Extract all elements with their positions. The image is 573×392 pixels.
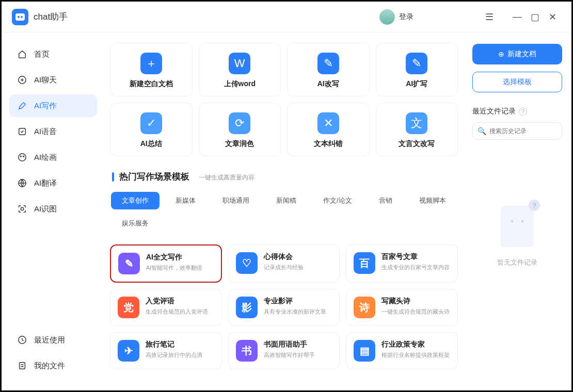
section-title: 热门写作场景模板 [119, 171, 189, 183]
tab-4[interactable]: 作文/论文 [312, 192, 363, 209]
template-card-6[interactable]: ✈旅行笔记高效记录旅行中的点滴 [110, 332, 222, 369]
sidebar-item-vision[interactable]: AI识图 [9, 198, 97, 220]
translate-icon [17, 177, 28, 189]
tab-2[interactable]: 职场通用 [212, 192, 260, 209]
tab-0[interactable]: 文章创作 [111, 192, 160, 209]
tool-icon: 文 [406, 112, 427, 134]
svg-point-6 [20, 156, 21, 157]
svg-point-9 [21, 207, 23, 210]
template-icon: 影 [236, 297, 258, 318]
template-desc: 记录成长与经验 [264, 264, 332, 271]
tab-5[interactable]: 营销 [368, 192, 403, 209]
template-card-2[interactable]: 百百家号文章生成专业的百家号文章内容 [346, 244, 458, 283]
main-content: ＋新建空白文档W上传word✎AI改写✎AI扩写✓AI总结⟳文章润色✕文本纠错文… [105, 32, 463, 390]
template-title: 写藏头诗 [381, 297, 450, 306]
tool-label: AI改写 [293, 79, 364, 89]
empty-file-icon: ? [497, 202, 538, 251]
menu-icon[interactable]: ☰ [481, 8, 498, 26]
template-title: 百家号文章 [381, 252, 450, 262]
template-icon: 书 [236, 340, 258, 362]
svg-point-7 [23, 156, 24, 157]
sidebar-item-label: AI写作 [34, 101, 57, 111]
sidebar-item-label: AI识图 [34, 204, 57, 214]
app-title: chat助手 [34, 11, 68, 23]
template-card-8[interactable]: ▤行业政策专家根据行业名称提供政策框架 [346, 332, 458, 369]
tool-card-2[interactable]: ✎AI改写 [287, 43, 370, 96]
accent-bar [112, 172, 114, 182]
template-desc: 根据行业名称提供政策框架 [381, 351, 450, 359]
sidebar-item-recent[interactable]: 最近使用 [9, 329, 97, 351]
tool-label: AI扩写 [381, 79, 453, 89]
template-card-4[interactable]: 影专业影评具有专业水准的影评文章 [228, 289, 340, 326]
template-card-1[interactable]: ♡心得体会记录成长与经验 [228, 244, 340, 283]
template-card-5[interactable]: 诗写藏头诗一键生成符合规范的藏头诗 [346, 289, 458, 326]
template-card-7[interactable]: 书书面用语助手高效智能写作好帮手 [228, 332, 340, 369]
choose-template-button[interactable]: 选择模板 [472, 72, 562, 92]
tool-card-1[interactable]: W上传word [199, 43, 281, 96]
sidebar-item-chat[interactable]: AI聊天 [9, 69, 97, 91]
section-subtitle: 一键生成高质量内容 [199, 173, 254, 182]
minimize-button[interactable]: — [508, 8, 526, 26]
tab-6[interactable]: 视频脚本 [408, 192, 457, 209]
sidebar-item-voice[interactable]: AI语音 [9, 120, 97, 143]
template-title: 行业政策专家 [381, 340, 450, 349]
template-title: AI全文写作 [146, 253, 214, 262]
svg-point-2 [21, 16, 23, 18]
template-card-0[interactable]: ✎AI全文写作AI智能写作，效率翻倍 [110, 244, 222, 283]
voice-icon [17, 126, 28, 137]
tool-card-6[interactable]: ✕文本纠错 [287, 103, 370, 156]
empty-state: ? 暂无文件记录 [472, 202, 562, 267]
history-icon [17, 334, 28, 346]
home-icon [17, 48, 28, 60]
tool-icon: ✎ [406, 53, 427, 74]
sidebar-item-label: AI聊天 [34, 75, 57, 85]
chat-icon [17, 74, 28, 86]
scan-icon [17, 203, 28, 215]
recent-files-title: 最近文件记录 ? [472, 107, 562, 116]
template-icon: 诗 [354, 297, 375, 318]
template-desc: 生成专业的百家号文章内容 [381, 264, 450, 271]
template-title: 心得体会 [264, 252, 332, 262]
login-link[interactable]: 登录 [399, 12, 413, 22]
new-doc-button[interactable]: ⊕ 新建文档 [472, 44, 562, 64]
tool-label: 文章润色 [204, 139, 276, 149]
palette-icon [17, 152, 28, 163]
tab-7[interactable]: 娱乐服务 [111, 215, 160, 232]
sidebar-item-label: 我的文件 [34, 361, 65, 371]
template-desc: 一键生成符合规范的藏头诗 [381, 308, 450, 316]
template-desc: 高效记录旅行中的点滴 [146, 351, 214, 359]
sidebar-item-myfiles[interactable]: 我的文件 [9, 354, 97, 377]
user-avatar[interactable] [379, 9, 395, 25]
template-desc: AI智能写作，效率翻倍 [146, 264, 214, 272]
sidebar-item-writing[interactable]: AI写作 [9, 94, 97, 117]
app-logo-icon [12, 9, 28, 25]
template-icon: ▤ [354, 340, 375, 362]
sidebar-item-paint[interactable]: AI绘画 [9, 146, 97, 169]
tool-label: 文言文改写 [381, 139, 453, 149]
template-card-3[interactable]: 党入党评语生成符合规范的入党评语 [110, 289, 222, 326]
sidebar-item-label: 最近使用 [34, 335, 65, 345]
search-icon: 🔍 [477, 127, 486, 135]
tool-icon: W [229, 53, 250, 74]
template-icon: ♡ [236, 252, 258, 274]
help-icon[interactable]: ? [519, 107, 527, 116]
template-icon: ✎ [118, 253, 140, 274]
svg-rect-0 [15, 13, 25, 21]
sidebar: 首页 AI聊天 AI写作 AI语音 AI绘画 AI翻译 AI识图 [2, 32, 105, 390]
tool-card-3[interactable]: ✎AI扩写 [376, 43, 458, 96]
tab-1[interactable]: 新媒体 [165, 192, 206, 209]
tool-card-0[interactable]: ＋新建空白文档 [110, 43, 193, 96]
svg-rect-11 [20, 363, 25, 369]
tool-card-5[interactable]: ⟳文章润色 [199, 103, 281, 156]
maximize-button[interactable]: ▢ [526, 8, 544, 26]
pen-icon [17, 100, 28, 111]
template-icon: 党 [118, 297, 139, 318]
close-button[interactable]: ✕ [544, 8, 561, 26]
tab-3[interactable]: 新闻稿 [265, 192, 307, 209]
sidebar-item-home[interactable]: 首页 [9, 43, 97, 66]
tool-card-7[interactable]: 文文言文改写 [376, 103, 458, 156]
sidebar-item-translate[interactable]: AI翻译 [9, 172, 97, 194]
template-icon: ✈ [118, 340, 139, 362]
section-header: 热门写作场景模板 一键生成高质量内容 [110, 171, 458, 183]
tool-card-4[interactable]: ✓AI总结 [110, 103, 193, 156]
